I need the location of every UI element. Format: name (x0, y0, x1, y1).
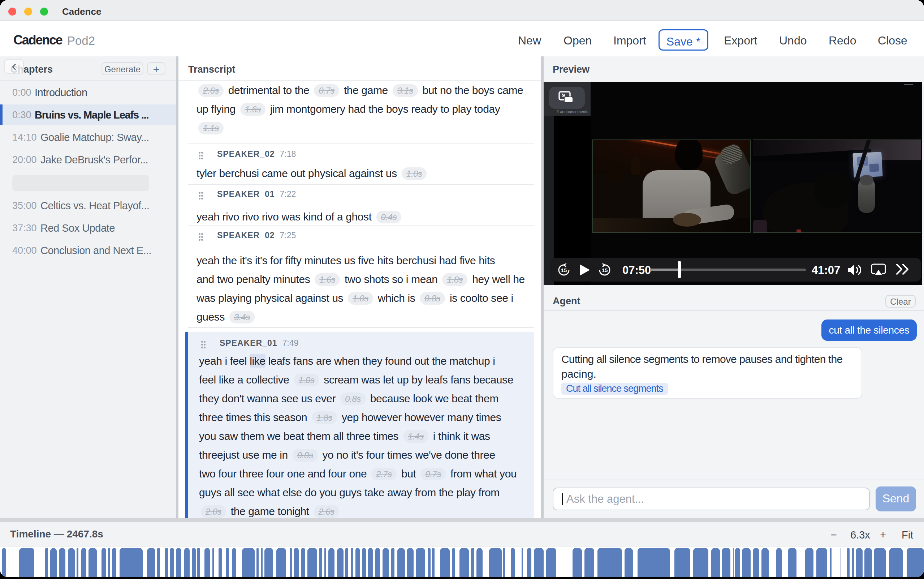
svg-text:15: 15 (602, 267, 608, 273)
svg-text:15: 15 (561, 267, 567, 273)
